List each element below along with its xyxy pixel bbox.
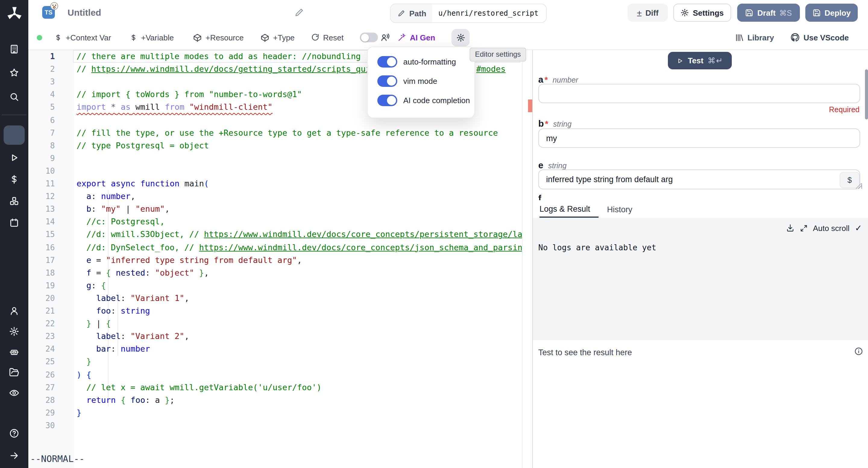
textarea-resize-handle[interactable]	[856, 183, 862, 189]
code-line[interactable]: 27 // let x = await wmill.getVariable('u…	[28, 381, 522, 393]
code-line-content: }	[76, 355, 522, 368]
code-line[interactable]: 12 a: number,	[28, 190, 522, 203]
sidebar-item-audit[interactable]	[0, 384, 28, 402]
line-number: 6	[28, 114, 55, 126]
code-line[interactable]: 9	[28, 152, 522, 165]
add-resource-button[interactable]: +Resource	[193, 25, 244, 50]
sidebar-item-home[interactable]	[4, 125, 25, 145]
test-button[interactable]: Test ⌘↵	[668, 52, 732, 69]
code-line[interactable]: 25 }	[28, 355, 522, 368]
add-context-var-button[interactable]: +Context Var	[54, 25, 111, 50]
code-line[interactable]: 13 b: "my" | "enum",	[28, 203, 522, 215]
code-line[interactable]: 7// fill the type, or use the +Resource …	[28, 126, 522, 139]
add-type-button[interactable]: +Type	[260, 25, 295, 50]
code-line[interactable]: 11export async function main(	[28, 177, 522, 190]
code-line-content: e = "inferred type string from default a…	[76, 254, 522, 266]
code-line[interactable]: 8// type Postgresql = object	[28, 139, 522, 152]
settings-button[interactable]: Settings	[673, 4, 731, 22]
ai-code-completion-toggle[interactable]	[377, 94, 397, 106]
line-number: 19	[28, 279, 55, 292]
expand-icon[interactable]	[800, 224, 807, 232]
reset-button[interactable]: Reset	[311, 25, 344, 50]
draft-button[interactable]: Draft ⌘S	[737, 4, 800, 22]
auto-formatting-toggle[interactable]	[377, 56, 397, 67]
windmill-logo[interactable]	[0, 5, 28, 23]
sidebar-item-folders[interactable]	[0, 363, 28, 381]
field-b-label: b* string	[538, 118, 571, 128]
overview-ruler[interactable]	[522, 50, 533, 468]
ai-gen-button[interactable]: AI Gen	[398, 25, 435, 50]
sidebar-item-help[interactable]	[0, 424, 28, 442]
code-line[interactable]: 21 foo: string	[28, 304, 522, 317]
code-line[interactable]: 16 //d: DynSelect_foo, // https://www.wi…	[28, 241, 522, 254]
field-e-input[interactable]	[538, 170, 860, 189]
add-variable-button[interactable]: +Variable	[130, 25, 174, 50]
auto-scroll-label: Auto scroll	[813, 224, 849, 233]
code-line[interactable]: 30	[28, 419, 522, 432]
diff-button[interactable]: ± Diff	[627, 4, 668, 22]
code-line[interactable]: 19 g: {	[28, 279, 522, 292]
sidebar-item-favorites[interactable]	[0, 63, 28, 81]
code-line[interactable]: 20 label: "Variant 1",	[28, 292, 522, 304]
field-b-input[interactable]	[538, 128, 860, 148]
path-input[interactable]: Path u/henri/restored_script	[390, 4, 547, 23]
tab-logs-result[interactable]: Logs & Result	[539, 201, 598, 218]
line-number: 1	[28, 50, 55, 63]
plus-minus-icon: ±	[637, 7, 642, 18]
github-icon	[790, 33, 800, 42]
sidebar-item-user[interactable]	[0, 301, 28, 320]
sidebar-collapse[interactable]	[0, 446, 28, 464]
tab-history[interactable]: History	[607, 201, 632, 218]
robot-icon	[9, 347, 19, 357]
line-number: 17	[28, 254, 55, 266]
code-line[interactable]: 26) {	[28, 368, 522, 381]
code-line[interactable]: 23 label: "Variant 2",	[28, 330, 522, 343]
code-line[interactable]: 24 bar: number	[28, 343, 522, 355]
multiplayer-toggle[interactable]	[360, 33, 378, 42]
menu-item-vim-mode[interactable]: vim mode	[377, 75, 437, 87]
windmill-script-editor: TS Untitled Path u/henri/restored_script…	[0, 0, 868, 468]
sidebar-item-settings[interactable]	[0, 322, 28, 340]
download-icon[interactable]	[786, 224, 794, 232]
vim-mode-toggle[interactable]	[377, 75, 397, 87]
library-button[interactable]: Library	[735, 25, 774, 50]
auto-scroll-checkbox[interactable]: ✓	[855, 223, 862, 233]
code-line[interactable]: 17 e = "inferred type string from defaul…	[28, 254, 522, 266]
code-line[interactable]: 15 //d: wmill.S3Object, // https://www.w…	[28, 228, 522, 241]
log-tools: Auto scroll ✓	[786, 223, 862, 233]
code-line[interactable]: 29}	[28, 407, 522, 419]
panel-scrollbar[interactable]	[865, 69, 868, 119]
code-line-content: // fill the type, or use the +Resource t…	[76, 126, 522, 139]
eye-icon	[9, 387, 19, 398]
sidebar-item-variables[interactable]	[0, 170, 28, 188]
menu-item-auto-formatting[interactable]: auto-formatting	[377, 56, 456, 67]
deploy-button[interactable]: Deploy	[805, 4, 858, 22]
field-a-required-message: Required	[829, 106, 860, 114]
sidebar-item-runs[interactable]	[0, 148, 28, 167]
sidebar-item-resources[interactable]	[0, 192, 28, 210]
code-line[interactable]: 22 } | {	[28, 317, 522, 330]
line-number: 5	[28, 101, 55, 114]
info-icon[interactable]	[854, 347, 863, 356]
edit-pencil-icon[interactable]	[295, 8, 304, 17]
code-line[interactable]: 28 return { foo: a };	[28, 393, 522, 406]
line-number: 23	[28, 330, 55, 343]
code-line-content: ) {	[76, 368, 522, 381]
code-line[interactable]: 18 f = { nested: "object" },	[28, 266, 522, 279]
field-a-input[interactable]	[538, 84, 860, 103]
menu-item-ai-code-completion[interactable]: AI code completion	[377, 94, 470, 106]
sidebar-item-ai[interactable]	[0, 343, 28, 361]
code-line-content: return { foo: a };	[76, 393, 522, 406]
editor-settings-button[interactable]	[452, 29, 470, 46]
run-panel: Test ⌘↵ a* number Required b* string e s…	[533, 50, 868, 468]
sidebar-item-search[interactable]	[0, 87, 28, 106]
windmill-logo-icon	[6, 6, 22, 22]
code-line-content: // let x = await wmill.getVariable('u/us…	[76, 381, 522, 393]
multiplayer-users-icon[interactable]	[380, 25, 390, 50]
use-vscode-button[interactable]: Use VScode	[790, 25, 849, 50]
code-line[interactable]: 10	[28, 165, 522, 177]
sidebar-item-workspace[interactable]	[0, 40, 28, 58]
code-line[interactable]: 14 //c: Postgresql,	[28, 215, 522, 228]
toggle-knob	[387, 76, 396, 85]
sidebar-item-schedules[interactable]	[0, 213, 28, 232]
